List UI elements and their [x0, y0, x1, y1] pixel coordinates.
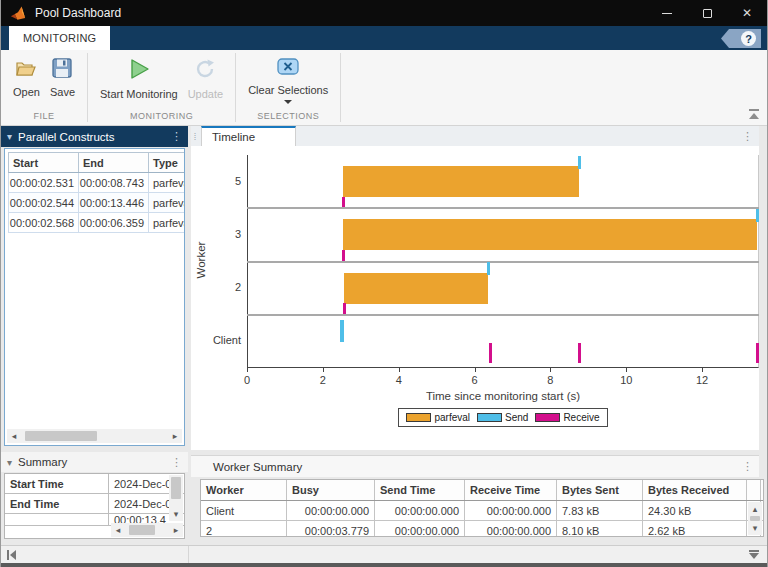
receive-event-tick[interactable] — [342, 197, 345, 208]
chevron-down-icon[interactable]: ▾ — [7, 131, 12, 142]
ribbon-tab-bar: MONITORING ? — [1, 26, 767, 50]
receive-event-tick[interactable] — [343, 303, 346, 314]
x-axis-tick-mark — [702, 368, 703, 372]
table-row[interactable]: 00:00:02.53100:00:08.743parfeval — [8, 173, 185, 193]
receive-event-tick[interactable] — [578, 343, 581, 363]
save-button[interactable]: Save — [46, 55, 79, 108]
collapse-ribbon-button[interactable] — [749, 109, 759, 119]
column-header[interactable]: Worker — [201, 480, 287, 500]
help-button[interactable]: ? — [721, 29, 761, 48]
scrollbar-thumb[interactable] — [25, 431, 97, 441]
kebab-menu-icon[interactable]: ⋮ — [742, 460, 753, 473]
column-header[interactable]: Start — [9, 153, 79, 172]
y-axis-label: Worker — [195, 241, 207, 278]
legend-label: Receive — [563, 412, 599, 423]
table-row[interactable]: 00:00:02.54400:00:13.446parfeval — [8, 193, 185, 213]
refresh-icon — [193, 57, 217, 85]
right-column: ⁞ Timeline ⋮ 532Client024681012Time sinc… — [188, 126, 767, 545]
scrollbar-thumb[interactable] — [129, 525, 155, 535]
clear-selections-button[interactable]: Clear Selections — [244, 55, 332, 108]
update-button[interactable]: Update — [184, 55, 227, 108]
receive-event-tick[interactable] — [342, 250, 345, 261]
open-button[interactable]: Open — [9, 55, 44, 108]
table-row[interactable]: End Time2024-Dec-02 — [5, 494, 184, 514]
minimize-button[interactable] — [647, 0, 687, 26]
summary-header[interactable]: ▾ Summary ⋮ — [1, 452, 188, 472]
kebab-menu-icon[interactable]: ⋮ — [742, 130, 753, 143]
chevron-down-icon[interactable]: ▾ — [7, 457, 12, 468]
column-header[interactable] — [747, 480, 761, 500]
vertical-scrollbar[interactable]: ▾ — [169, 475, 183, 521]
main-area: ▾ Parallel Constructs ⋮ StartEndType00:0… — [1, 126, 767, 545]
clear-selection-icon — [276, 57, 300, 81]
table-header-row: StartEndType — [8, 152, 185, 173]
collapse-bottom-panel-button[interactable] — [749, 550, 759, 559]
parfeval-bar[interactable] — [344, 273, 488, 304]
scrollbar-thumb[interactable] — [171, 477, 181, 499]
receive-event-tick[interactable] — [489, 343, 492, 363]
kebab-menu-icon[interactable]: ⋮ — [171, 456, 182, 469]
scroll-up-icon[interactable]: ▴ — [748, 502, 762, 516]
collapse-left-panel-button[interactable] — [7, 550, 16, 560]
x-axis-tick-label: 0 — [232, 374, 262, 386]
table-header-row: WorkerBusySend TimeReceive TimeBytes Sen… — [201, 480, 763, 501]
drag-grip-icon[interactable]: ⁞ — [191, 130, 199, 144]
scroll-left-icon[interactable]: ◂ — [7, 429, 21, 443]
table-row[interactable]: Client00:00:00.00000:00:00.00000:00:00.0… — [201, 501, 763, 521]
legend-swatch-parfeval — [406, 413, 431, 422]
parallel-constructs-header[interactable]: ▾ Parallel Constructs ⋮ — [1, 126, 188, 147]
worker-summary-header[interactable]: Worker Summary ⋮ — [191, 455, 759, 477]
close-button[interactable]: ✕ — [727, 0, 767, 26]
start-monitoring-label: Start Monitoring — [100, 88, 178, 100]
x-axis-tick-mark — [247, 368, 248, 372]
maximize-icon — [703, 9, 712, 18]
table-cell: parfeval — [149, 193, 185, 212]
table-row[interactable]: Start Time2024-Dec-02 — [5, 474, 184, 494]
parfeval-bar[interactable] — [343, 166, 579, 197]
toolbar-caption-selections: SELECTIONS — [236, 108, 340, 125]
column-header[interactable]: Send Time — [375, 480, 465, 500]
collapse-left-icon — [10, 550, 16, 560]
horizontal-scrollbar[interactable]: ◂ ▸ — [111, 523, 183, 537]
send-event-tick[interactable] — [487, 262, 490, 275]
maximize-button[interactable] — [687, 0, 727, 26]
worker-summary-table: WorkerBusySend TimeReceive TimeBytes Sen… — [201, 480, 763, 537]
column-header[interactable]: Bytes Sent — [557, 480, 643, 500]
table-row[interactable]: 00:00:02.56800:00:06.359parfeval — [8, 213, 185, 233]
vertical-scrollbar[interactable]: ▴ ▾ — [748, 502, 762, 535]
column-header[interactable]: Bytes Received — [643, 480, 747, 500]
scroll-right-icon[interactable]: ▸ — [168, 429, 182, 443]
table-cell: 8.10 kB — [557, 521, 643, 537]
scroll-down-icon[interactable]: ▾ — [169, 507, 183, 521]
send-event-tick[interactable] — [756, 209, 759, 222]
tab-timeline[interactable]: Timeline — [201, 126, 296, 146]
chevron-down-icon[interactable] — [284, 100, 292, 104]
kebab-menu-icon[interactable]: ⋮ — [171, 130, 182, 143]
column-header[interactable]: End — [79, 153, 149, 172]
column-header[interactable]: Busy — [287, 480, 375, 500]
send-event-tick[interactable] — [578, 156, 581, 169]
receive-event-tick[interactable] — [756, 343, 759, 363]
column-header[interactable]: Type — [149, 153, 185, 172]
table-cell: parfeval — [149, 213, 185, 232]
table-row[interactable]: 200:00:03.77900:00:00.00000:00:00.0008.1… — [201, 521, 763, 537]
parfeval-bar[interactable] — [343, 219, 756, 250]
column-header[interactable]: Receive Time — [465, 480, 557, 500]
start-monitoring-button[interactable]: Start Monitoring — [96, 55, 182, 108]
x-axis-tick-label: 8 — [535, 374, 565, 386]
table-cell: 00:00:13.446 — [79, 193, 149, 212]
toolbar-group-monitoring: Start Monitoring Update MONITORING — [88, 50, 235, 125]
x-axis-tick-label: 10 — [611, 374, 641, 386]
window-bottom-edge — [1, 563, 767, 567]
scroll-right-icon[interactable]: ▸ — [169, 523, 183, 537]
scroll-down-icon[interactable]: ▾ — [748, 521, 762, 535]
table-cell: 00:00:03.779 — [287, 521, 375, 537]
scroll-left-icon[interactable]: ◂ — [111, 523, 125, 537]
horizontal-scrollbar[interactable]: ◂ ▸ — [7, 429, 182, 443]
send-event-tick[interactable] — [340, 320, 344, 342]
y-axis-tick-label: 3 — [197, 228, 241, 240]
tab-monitoring[interactable]: MONITORING — [9, 26, 110, 50]
open-folder-icon — [14, 57, 38, 83]
x-axis-tick-label: 4 — [384, 374, 414, 386]
summary-panel: Start Time2024-Dec-02End Time2024-Dec-02… — [4, 473, 185, 539]
